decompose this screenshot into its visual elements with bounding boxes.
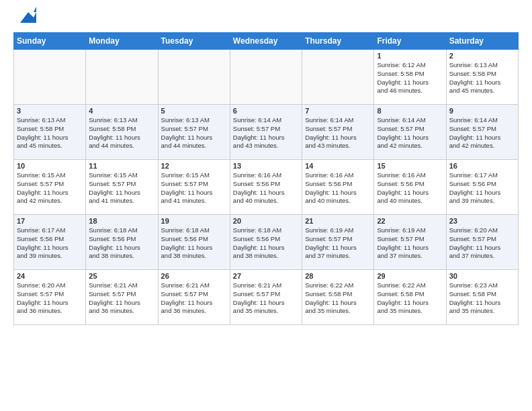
day-info: Sunrise: 6:16 AM Sunset: 5:56 PM Dayligh… xyxy=(233,171,299,205)
calendar-cell: 8Sunrise: 6:14 AM Sunset: 5:57 PM Daylig… xyxy=(374,105,446,160)
calendar-cell: 22Sunrise: 6:19 AM Sunset: 5:57 PM Dayli… xyxy=(374,215,446,270)
day-info: Sunrise: 6:15 AM Sunset: 5:57 PM Dayligh… xyxy=(17,171,83,205)
calendar-cell: 21Sunrise: 6:19 AM Sunset: 5:57 PM Dayli… xyxy=(302,215,374,270)
day-info: Sunrise: 6:20 AM Sunset: 5:57 PM Dayligh… xyxy=(17,281,83,316)
calendar-cell: 12Sunrise: 6:15 AM Sunset: 5:57 PM Dayli… xyxy=(158,160,230,215)
day-number: 5 xyxy=(161,107,227,115)
day-info: Sunrise: 6:18 AM Sunset: 5:56 PM Dayligh… xyxy=(161,226,227,261)
day-number: 1 xyxy=(377,52,443,60)
day-info: Sunrise: 6:12 AM Sunset: 5:58 PM Dayligh… xyxy=(377,61,443,95)
calendar-cell: 1Sunrise: 6:12 AM Sunset: 5:58 PM Daylig… xyxy=(374,50,446,105)
day-number: 29 xyxy=(377,272,443,280)
calendar-cell: 23Sunrise: 6:20 AM Sunset: 5:57 PM Dayli… xyxy=(446,215,518,270)
calendar-cell: 27Sunrise: 6:21 AM Sunset: 5:57 PM Dayli… xyxy=(230,270,302,325)
day-number: 9 xyxy=(449,107,515,115)
calendar-cell xyxy=(158,50,230,105)
calendar-week-row: 17Sunrise: 6:17 AM Sunset: 5:56 PM Dayli… xyxy=(14,215,519,270)
day-number: 8 xyxy=(377,107,443,115)
calendar-week-row: 10Sunrise: 6:15 AM Sunset: 5:57 PM Dayli… xyxy=(14,160,519,215)
day-number: 21 xyxy=(305,217,371,225)
day-info: Sunrise: 6:13 AM Sunset: 5:58 PM Dayligh… xyxy=(449,61,515,95)
day-number: 17 xyxy=(17,217,83,225)
calendar-cell: 18Sunrise: 6:18 AM Sunset: 5:56 PM Dayli… xyxy=(86,215,158,270)
day-info: Sunrise: 6:14 AM Sunset: 5:57 PM Dayligh… xyxy=(449,116,515,150)
logo xyxy=(13,11,36,26)
day-info: Sunrise: 6:18 AM Sunset: 5:56 PM Dayligh… xyxy=(89,226,154,261)
day-info: Sunrise: 6:23 AM Sunset: 5:58 PM Dayligh… xyxy=(449,281,515,316)
day-number: 7 xyxy=(305,107,371,115)
day-number: 3 xyxy=(17,107,83,115)
day-number: 2 xyxy=(449,52,515,60)
day-info: Sunrise: 6:21 AM Sunset: 5:57 PM Dayligh… xyxy=(161,281,227,316)
calendar-cell: 7Sunrise: 6:14 AM Sunset: 5:57 PM Daylig… xyxy=(302,105,374,160)
weekday-header-row: SundayMondayTuesdayWednesdayThursdayFrid… xyxy=(14,33,519,50)
calendar-cell: 26Sunrise: 6:21 AM Sunset: 5:57 PM Dayli… xyxy=(158,270,230,325)
day-number: 27 xyxy=(233,272,299,280)
day-info: Sunrise: 6:18 AM Sunset: 5:56 PM Dayligh… xyxy=(233,226,299,261)
calendar-cell: 14Sunrise: 6:16 AM Sunset: 5:56 PM Dayli… xyxy=(302,160,374,215)
calendar-cell: 5Sunrise: 6:13 AM Sunset: 5:57 PM Daylig… xyxy=(158,105,230,160)
day-number: 24 xyxy=(17,272,83,280)
day-info: Sunrise: 6:13 AM Sunset: 5:58 PM Dayligh… xyxy=(17,116,83,150)
day-number: 20 xyxy=(233,217,299,225)
calendar-cell: 10Sunrise: 6:15 AM Sunset: 5:57 PM Dayli… xyxy=(14,160,86,215)
day-number: 16 xyxy=(449,162,515,170)
weekday-header: Saturday xyxy=(446,33,518,50)
day-info: Sunrise: 6:13 AM Sunset: 5:57 PM Dayligh… xyxy=(161,116,227,150)
calendar-week-row: 3Sunrise: 6:13 AM Sunset: 5:58 PM Daylig… xyxy=(14,105,519,160)
header xyxy=(13,11,519,26)
calendar-cell: 11Sunrise: 6:15 AM Sunset: 5:57 PM Dayli… xyxy=(86,160,158,215)
day-number: 10 xyxy=(17,162,83,170)
calendar-cell: 25Sunrise: 6:21 AM Sunset: 5:57 PM Dayli… xyxy=(86,270,158,325)
day-number: 19 xyxy=(161,217,227,225)
day-number: 23 xyxy=(449,217,515,225)
calendar-cell: 3Sunrise: 6:13 AM Sunset: 5:58 PM Daylig… xyxy=(14,105,86,160)
calendar: SundayMondayTuesdayWednesdayThursdayFrid… xyxy=(13,32,519,325)
day-info: Sunrise: 6:20 AM Sunset: 5:57 PM Dayligh… xyxy=(449,226,515,261)
day-info: Sunrise: 6:13 AM Sunset: 5:58 PM Dayligh… xyxy=(89,116,154,150)
weekday-header: Wednesday xyxy=(230,33,302,50)
calendar-cell xyxy=(302,50,374,105)
calendar-cell: 20Sunrise: 6:18 AM Sunset: 5:56 PM Dayli… xyxy=(230,215,302,270)
weekday-header: Tuesday xyxy=(158,33,230,50)
calendar-week-row: 24Sunrise: 6:20 AM Sunset: 5:57 PM Dayli… xyxy=(14,270,519,325)
day-number: 14 xyxy=(305,162,371,170)
calendar-cell xyxy=(14,50,86,105)
calendar-cell: 15Sunrise: 6:16 AM Sunset: 5:56 PM Dayli… xyxy=(374,160,446,215)
calendar-cell xyxy=(86,50,158,105)
day-info: Sunrise: 6:14 AM Sunset: 5:57 PM Dayligh… xyxy=(305,116,371,150)
day-number: 28 xyxy=(305,272,371,280)
day-info: Sunrise: 6:14 AM Sunset: 5:57 PM Dayligh… xyxy=(233,116,299,150)
calendar-cell: 24Sunrise: 6:20 AM Sunset: 5:57 PM Dayli… xyxy=(14,270,86,325)
day-number: 18 xyxy=(89,217,154,225)
day-info: Sunrise: 6:17 AM Sunset: 5:56 PM Dayligh… xyxy=(17,226,83,261)
weekday-header: Monday xyxy=(86,33,158,50)
day-info: Sunrise: 6:19 AM Sunset: 5:57 PM Dayligh… xyxy=(377,226,443,261)
calendar-cell: 30Sunrise: 6:23 AM Sunset: 5:58 PM Dayli… xyxy=(446,270,518,325)
day-info: Sunrise: 6:15 AM Sunset: 5:57 PM Dayligh… xyxy=(161,171,227,205)
day-number: 26 xyxy=(161,272,227,280)
day-number: 30 xyxy=(449,272,515,280)
day-number: 11 xyxy=(89,162,154,170)
weekday-header: Friday xyxy=(374,33,446,50)
day-info: Sunrise: 6:16 AM Sunset: 5:56 PM Dayligh… xyxy=(377,171,443,205)
day-info: Sunrise: 6:21 AM Sunset: 5:57 PM Dayligh… xyxy=(233,281,299,316)
day-info: Sunrise: 6:22 AM Sunset: 5:58 PM Dayligh… xyxy=(377,281,443,316)
calendar-week-row: 1Sunrise: 6:12 AM Sunset: 5:58 PM Daylig… xyxy=(14,50,519,105)
day-info: Sunrise: 6:22 AM Sunset: 5:58 PM Dayligh… xyxy=(305,281,371,316)
day-info: Sunrise: 6:17 AM Sunset: 5:56 PM Dayligh… xyxy=(449,171,515,205)
day-number: 13 xyxy=(233,162,299,170)
day-info: Sunrise: 6:14 AM Sunset: 5:57 PM Dayligh… xyxy=(377,116,443,150)
calendar-cell: 17Sunrise: 6:17 AM Sunset: 5:56 PM Dayli… xyxy=(14,215,86,270)
weekday-header: Sunday xyxy=(14,33,86,50)
calendar-cell: 28Sunrise: 6:22 AM Sunset: 5:58 PM Dayli… xyxy=(302,270,374,325)
calendar-cell: 29Sunrise: 6:22 AM Sunset: 5:58 PM Dayli… xyxy=(374,270,446,325)
calendar-cell: 9Sunrise: 6:14 AM Sunset: 5:57 PM Daylig… xyxy=(446,105,518,160)
calendar-cell: 2Sunrise: 6:13 AM Sunset: 5:58 PM Daylig… xyxy=(446,50,518,105)
day-number: 22 xyxy=(377,217,443,225)
day-info: Sunrise: 6:21 AM Sunset: 5:57 PM Dayligh… xyxy=(89,281,154,316)
day-number: 15 xyxy=(377,162,443,170)
page: SundayMondayTuesdayWednesdayThursdayFrid… xyxy=(0,0,532,411)
calendar-cell: 13Sunrise: 6:16 AM Sunset: 5:56 PM Dayli… xyxy=(230,160,302,215)
calendar-cell xyxy=(230,50,302,105)
